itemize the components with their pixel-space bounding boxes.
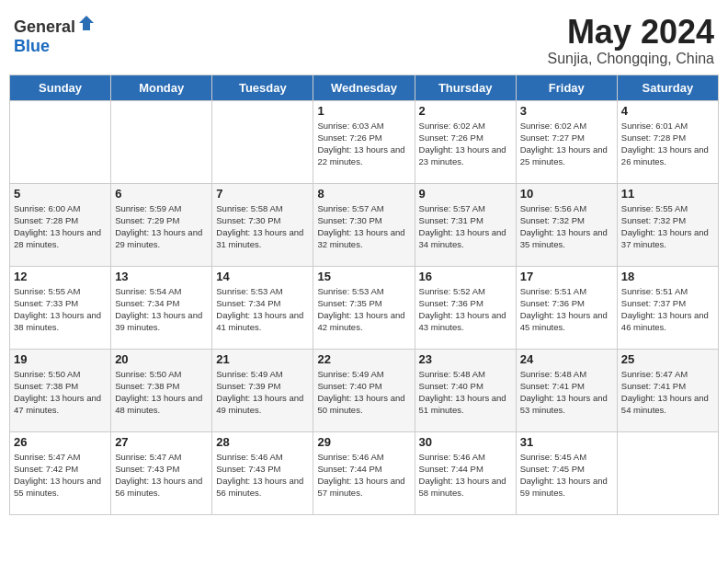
calendar-cell: 13Sunrise: 5:54 AMSunset: 7:34 PMDayligh… [111,266,212,349]
day-number: 1 [317,104,410,118]
calendar-cell: 28Sunrise: 5:46 AMSunset: 7:43 PMDayligh… [212,431,313,514]
calendar-cell: 3Sunrise: 6:02 AMSunset: 7:27 PMDaylight… [516,100,617,183]
day-number: 17 [520,270,613,283]
day-number: 26 [14,435,107,449]
calendar-cell: 16Sunrise: 5:52 AMSunset: 7:36 PMDayligh… [415,266,516,349]
calendar-cell: 8Sunrise: 5:57 AMSunset: 7:30 PMDaylight… [313,183,415,266]
calendar-cell: 9Sunrise: 5:57 AMSunset: 7:31 PMDaylight… [415,183,516,266]
weekday-header-saturday: Saturday [617,75,718,100]
calendar-cell: 20Sunrise: 5:50 AMSunset: 7:38 PMDayligh… [111,349,212,431]
calendar-cell [617,431,718,514]
calendar-week-row: 12Sunrise: 5:55 AMSunset: 7:33 PMDayligh… [10,266,719,349]
day-number: 25 [621,352,714,366]
weekday-header-sunday: Sunday [10,75,111,100]
day-number: 31 [520,435,613,449]
day-number: 18 [621,270,714,283]
logo: General Blue [14,14,96,56]
calendar-cell: 10Sunrise: 5:56 AMSunset: 7:32 PMDayligh… [516,183,617,266]
cell-info: Sunrise: 5:46 AMSunset: 7:44 PMDaylight:… [317,451,410,500]
calendar-cell: 4Sunrise: 6:01 AMSunset: 7:28 PMDaylight… [617,100,718,183]
day-number: 9 [419,187,512,201]
cell-info: Sunrise: 6:03 AMSunset: 7:26 PMDaylight:… [317,120,410,168]
day-number: 15 [317,270,410,283]
cell-info: Sunrise: 5:48 AMSunset: 7:41 PMDaylight:… [520,368,613,417]
logo-icon [77,14,96,32]
cell-info: Sunrise: 5:53 AMSunset: 7:35 PMDaylight:… [317,285,410,334]
calendar-cell: 1Sunrise: 6:03 AMSunset: 7:26 PMDaylight… [313,100,415,183]
weekday-header-thursday: Thursday [415,75,516,100]
day-number: 6 [115,187,208,201]
cell-info: Sunrise: 5:58 AMSunset: 7:30 PMDaylight:… [216,202,309,251]
calendar-week-row: 1Sunrise: 6:03 AMSunset: 7:26 PMDaylight… [10,100,719,183]
cell-info: Sunrise: 5:55 AMSunset: 7:33 PMDaylight:… [14,285,107,334]
day-number: 30 [419,435,512,449]
calendar-cell: 17Sunrise: 5:51 AMSunset: 7:36 PMDayligh… [516,266,617,349]
calendar-cell: 21Sunrise: 5:49 AMSunset: 7:39 PMDayligh… [212,349,313,431]
calendar-cell: 7Sunrise: 5:58 AMSunset: 7:30 PMDaylight… [212,183,313,266]
cell-info: Sunrise: 5:49 AMSunset: 7:40 PMDaylight:… [317,368,410,417]
day-number: 2 [419,104,512,118]
calendar-cell: 26Sunrise: 5:47 AMSunset: 7:42 PMDayligh… [10,431,111,514]
day-number: 24 [520,352,613,366]
calendar-cell: 18Sunrise: 5:51 AMSunset: 7:37 PMDayligh… [617,266,718,349]
weekday-header-tuesday: Tuesday [212,75,313,100]
weekday-header-monday: Monday [111,75,212,100]
cell-info: Sunrise: 5:50 AMSunset: 7:38 PMDaylight:… [115,368,208,417]
location-title: Sunjia, Chongqing, China [548,51,714,67]
calendar-week-row: 26Sunrise: 5:47 AMSunset: 7:42 PMDayligh… [10,431,719,514]
calendar-cell: 24Sunrise: 5:48 AMSunset: 7:41 PMDayligh… [516,349,617,431]
cell-info: Sunrise: 5:49 AMSunset: 7:39 PMDaylight:… [216,368,309,417]
cell-info: Sunrise: 5:46 AMSunset: 7:44 PMDaylight:… [419,451,512,500]
cell-info: Sunrise: 5:47 AMSunset: 7:41 PMDaylight:… [621,368,714,417]
day-number: 4 [621,104,714,118]
logo-blue: Blue [14,37,50,55]
cell-info: Sunrise: 5:51 AMSunset: 7:37 PMDaylight:… [621,285,714,334]
cell-info: Sunrise: 5:45 AMSunset: 7:45 PMDaylight:… [520,451,613,500]
cell-info: Sunrise: 6:02 AMSunset: 7:26 PMDaylight:… [419,120,512,168]
calendar-cell: 22Sunrise: 5:49 AMSunset: 7:40 PMDayligh… [313,349,415,431]
calendar-cell [212,100,313,183]
day-number: 28 [216,435,309,449]
day-number: 21 [216,352,309,366]
cell-info: Sunrise: 5:57 AMSunset: 7:31 PMDaylight:… [419,202,512,251]
day-number: 20 [115,352,208,366]
calendar-table: SundayMondayTuesdayWednesdayThursdayFrid… [9,75,719,515]
cell-info: Sunrise: 5:47 AMSunset: 7:42 PMDaylight:… [14,451,107,500]
cell-info: Sunrise: 6:00 AMSunset: 7:28 PMDaylight:… [14,202,107,251]
calendar-cell [111,100,212,183]
cell-info: Sunrise: 5:52 AMSunset: 7:36 PMDaylight:… [419,285,512,334]
calendar-cell: 2Sunrise: 6:02 AMSunset: 7:26 PMDaylight… [415,100,516,183]
cell-info: Sunrise: 5:56 AMSunset: 7:32 PMDaylight:… [520,202,613,251]
cell-info: Sunrise: 5:55 AMSunset: 7:32 PMDaylight:… [621,202,714,251]
day-number: 16 [419,270,512,283]
weekday-header-friday: Friday [516,75,617,100]
calendar-cell: 19Sunrise: 5:50 AMSunset: 7:38 PMDayligh… [10,349,111,431]
calendar-cell [10,100,111,183]
calendar-cell: 27Sunrise: 5:47 AMSunset: 7:43 PMDayligh… [111,431,212,514]
day-number: 11 [621,187,714,201]
day-number: 29 [317,435,410,449]
calendar-cell: 30Sunrise: 5:46 AMSunset: 7:44 PMDayligh… [415,431,516,514]
calendar-cell: 11Sunrise: 5:55 AMSunset: 7:32 PMDayligh… [617,183,718,266]
svg-marker-0 [79,16,94,30]
weekday-header-wednesday: Wednesday [313,75,415,100]
calendar-cell: 29Sunrise: 5:46 AMSunset: 7:44 PMDayligh… [313,431,415,514]
calendar-cell: 12Sunrise: 5:55 AMSunset: 7:33 PMDayligh… [10,266,111,349]
day-number: 12 [14,270,107,283]
cell-info: Sunrise: 6:02 AMSunset: 7:27 PMDaylight:… [520,120,613,168]
day-number: 19 [14,352,107,366]
calendar-cell: 31Sunrise: 5:45 AMSunset: 7:45 PMDayligh… [516,431,617,514]
calendar-cell: 6Sunrise: 5:59 AMSunset: 7:29 PMDaylight… [111,183,212,266]
logo-text: General Blue [14,14,96,56]
month-title: May 2024 [548,14,714,51]
calendar-cell: 14Sunrise: 5:53 AMSunset: 7:34 PMDayligh… [212,266,313,349]
cell-info: Sunrise: 5:54 AMSunset: 7:34 PMDaylight:… [115,285,208,334]
cell-info: Sunrise: 5:51 AMSunset: 7:36 PMDaylight:… [520,285,613,334]
day-number: 5 [14,187,107,201]
cell-info: Sunrise: 5:57 AMSunset: 7:30 PMDaylight:… [317,202,410,251]
calendar-cell: 15Sunrise: 5:53 AMSunset: 7:35 PMDayligh… [313,266,415,349]
calendar-cell: 23Sunrise: 5:48 AMSunset: 7:40 PMDayligh… [415,349,516,431]
calendar-cell: 25Sunrise: 5:47 AMSunset: 7:41 PMDayligh… [617,349,718,431]
weekday-header-row: SundayMondayTuesdayWednesdayThursdayFrid… [10,75,719,100]
day-number: 10 [520,187,613,201]
